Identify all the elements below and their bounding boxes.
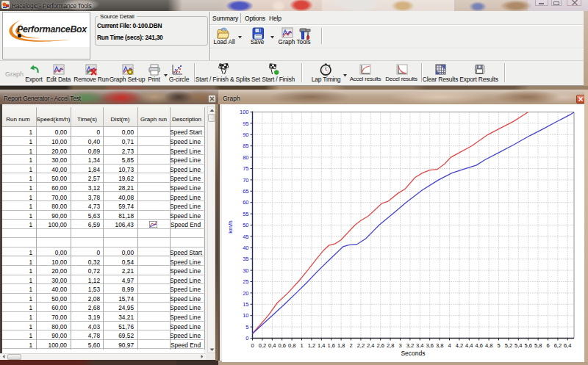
svg-text:0: 0 (245, 335, 248, 341)
svg-text:4,6: 4,6 (475, 342, 482, 349)
svg-text:85: 85 (243, 142, 248, 149)
svg-text:30: 30 (243, 267, 248, 274)
svg-text:2,4: 2,4 (367, 342, 374, 349)
svg-text:Seconds: Seconds (401, 350, 425, 357)
svg-text:2,6: 2,6 (376, 342, 384, 349)
svg-text:40: 40 (243, 245, 248, 251)
svg-text:km/h: km/h (227, 220, 234, 233)
svg-text:1: 1 (300, 342, 303, 349)
svg-text:45: 45 (243, 234, 248, 240)
svg-text:70: 70 (243, 177, 248, 184)
svg-text:5,8: 5,8 (534, 342, 542, 349)
svg-text:3,6: 3,6 (426, 342, 433, 349)
svg-text:55: 55 (243, 211, 248, 217)
svg-text:0,2: 0,2 (259, 342, 266, 349)
svg-text:95: 95 (243, 120, 248, 127)
svg-text:6,4: 6,4 (564, 342, 571, 349)
svg-text:0,6: 0,6 (278, 342, 285, 349)
svg-text:5,4: 5,4 (514, 342, 522, 349)
svg-text:5,6: 5,6 (524, 342, 531, 349)
svg-text:3,4: 3,4 (416, 342, 423, 349)
svg-text:60: 60 (243, 199, 248, 206)
svg-text:5,2: 5,2 (505, 342, 512, 349)
svg-text:1,4: 1,4 (318, 342, 325, 349)
svg-text:100: 100 (240, 109, 249, 115)
svg-text:0: 0 (251, 342, 254, 349)
svg-text:0,8: 0,8 (288, 342, 295, 349)
svg-text:4,8: 4,8 (485, 342, 492, 349)
svg-text:2,2: 2,2 (357, 342, 365, 349)
svg-text:20: 20 (243, 290, 248, 297)
svg-text:2: 2 (349, 342, 352, 349)
svg-text:4,4: 4,4 (465, 342, 473, 349)
svg-text:4: 4 (448, 342, 451, 349)
svg-text:50: 50 (243, 222, 248, 228)
svg-text:5: 5 (245, 324, 248, 330)
svg-text:3,2: 3,2 (406, 342, 414, 349)
svg-text:5: 5 (497, 342, 500, 349)
svg-text:10: 10 (243, 312, 248, 319)
svg-text:3,8: 3,8 (436, 342, 443, 349)
svg-text:4,2: 4,2 (456, 342, 463, 349)
svg-text:90: 90 (243, 131, 248, 138)
svg-text:2,8: 2,8 (387, 342, 394, 349)
svg-text:6: 6 (546, 342, 549, 349)
svg-text:3: 3 (398, 342, 401, 349)
svg-text:1,2: 1,2 (308, 342, 315, 349)
svg-text:0,4: 0,4 (268, 342, 276, 349)
svg-text:15: 15 (243, 301, 248, 308)
svg-text:35: 35 (243, 256, 248, 262)
svg-text:6,2: 6,2 (554, 342, 562, 349)
svg-text:1,8: 1,8 (337, 342, 345, 349)
svg-text:75: 75 (243, 165, 248, 172)
svg-text:65: 65 (243, 188, 248, 195)
svg-text:25: 25 (243, 278, 248, 285)
svg-text:1,6: 1,6 (327, 342, 334, 349)
svg-text:80: 80 (243, 154, 248, 161)
